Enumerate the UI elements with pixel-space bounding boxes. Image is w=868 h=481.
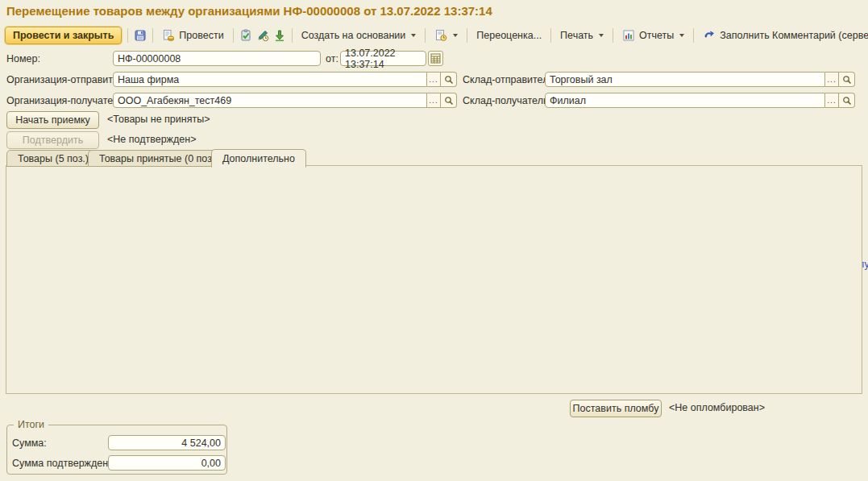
magnifier-icon [444, 96, 454, 106]
sum-field: 4 524,00 [108, 435, 226, 450]
wh-receiver-open-button[interactable] [839, 93, 855, 108]
print-button[interactable]: Печать [557, 28, 607, 43]
totals-group: Итоги Сумма: 4 524,00 Сумма подтверждено… [6, 425, 227, 475]
sum-confirmed-field: 0,00 [108, 455, 226, 471]
tab-goods-accepted[interactable]: Товары принятые (0 поз.) [88, 150, 230, 167]
toolbar-separator [693, 28, 694, 43]
document-window: Перемещение товаров между организациями … [0, 0, 868, 481]
bar-chart-icon [622, 29, 635, 42]
document-journal-button[interactable] [431, 27, 461, 44]
seal-status: <Не опломбирован> [669, 402, 765, 413]
wh-sender-open-button[interactable] [839, 72, 855, 87]
pen-clock-icon [256, 29, 269, 42]
blue-curved-arrow-icon [703, 29, 716, 42]
post-button[interactable]: Провести [159, 27, 226, 44]
wh-sender-field[interactable]: Торговый зал ... [545, 72, 855, 87]
set-seal-button[interactable]: Поставить пломбу [570, 400, 662, 417]
org-receiver-choose-button[interactable]: ... [427, 93, 441, 108]
additional-tab-panel [6, 165, 862, 394]
pen-timestamp-button[interactable] [256, 27, 269, 44]
revaluation-button[interactable]: Переоценка... [473, 28, 545, 43]
green-down-arrow-icon [273, 29, 286, 42]
magnifier-icon [444, 75, 454, 85]
number-field[interactable]: НФ-00000008 [113, 51, 321, 66]
totals-group-title: Итоги [14, 419, 48, 430]
wh-receiver-field[interactable]: Филиал ... [545, 93, 855, 108]
chevron-down-icon [411, 34, 416, 37]
org-receiver-label: Организация-получатель: [6, 95, 127, 106]
tab-goods[interactable]: Товары (5 поз.) [6, 150, 100, 167]
post-and-close-button[interactable]: Провести и закрыть [5, 27, 122, 44]
date-field[interactable]: 13.07.2022 13:37:14 [340, 51, 426, 66]
wh-sender-choose-button[interactable]: ... [825, 72, 839, 87]
chevron-down-icon [453, 34, 458, 37]
wh-sender-label: Склад-отправитель: [463, 74, 556, 85]
toolbar-separator [613, 28, 613, 43]
confirm-status: <Не подтвержден> [107, 134, 196, 145]
toolbar-separator [127, 28, 128, 43]
unload-button[interactable] [273, 27, 286, 44]
tab-additional[interactable]: Дополнительно [211, 149, 306, 168]
toolbar: Провести и закрыть Провести [5, 25, 863, 46]
wh-receiver-choose-button[interactable]: ... [825, 93, 839, 108]
document-clock-icon [434, 29, 447, 42]
wh-receiver-label: Склад-получатель: [463, 95, 551, 106]
sum-label: Сумма: [12, 437, 47, 449]
confirm-button[interactable]: Подтвердить [6, 131, 99, 149]
org-sender-choose-button[interactable]: ... [427, 72, 441, 87]
toolbar-separator [152, 28, 153, 43]
magnifier-icon [842, 75, 852, 85]
page-title: Перемещение товаров между организациями … [6, 4, 492, 18]
save-icon [134, 29, 147, 42]
save-button[interactable] [134, 27, 147, 44]
acceptance-status: <Товары не приняты> [107, 114, 210, 125]
date-calendar-button[interactable] [428, 51, 443, 66]
toolbar-separator [425, 28, 426, 43]
chevron-down-icon [599, 34, 604, 37]
magnifier-icon [842, 96, 852, 106]
calendar-icon [430, 53, 441, 64]
toolbar-separator [550, 28, 551, 43]
number-label: Номер: [6, 53, 40, 64]
org-receiver-field[interactable]: ООО_Агабекян_тест469 ... [113, 93, 457, 108]
chevron-down-icon [679, 34, 684, 37]
toolbar-separator [467, 28, 467, 43]
org-sender-open-button[interactable] [441, 72, 457, 87]
fill-comment-button[interactable]: Заполнить Комментарий (сервер) [700, 27, 868, 44]
toolbar-separator [292, 28, 293, 43]
clipboard-check-icon [239, 29, 252, 42]
post-document-icon [162, 29, 175, 42]
date-label: от: [326, 53, 338, 64]
create-based-on-button[interactable]: Создать на основании [298, 28, 420, 43]
sum-confirmed-label: Сумма подтверждено: [12, 458, 117, 469]
org-sender-field[interactable]: Наша фирма ... [113, 72, 457, 87]
check-fill-button[interactable] [239, 27, 252, 44]
reports-button[interactable]: Отчеты [619, 27, 687, 44]
start-acceptance-button[interactable]: Начать приемку [6, 111, 99, 129]
org-receiver-open-button[interactable] [441, 93, 457, 108]
toolbar-separator [233, 28, 234, 43]
